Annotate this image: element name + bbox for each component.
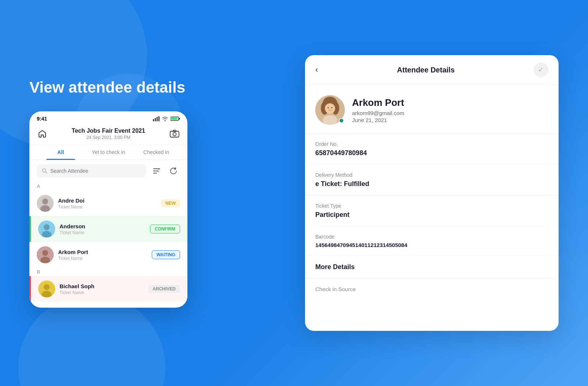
profile-date: June 21, 2021 (352, 117, 404, 123)
check-button[interactable]: ✓ (534, 62, 548, 77)
phone-header: Tech Jobs Fair Event 2021 24 Sep 2021, 3… (29, 125, 187, 145)
refresh-button[interactable] (167, 164, 180, 178)
barcode-label: Barcode (315, 234, 548, 240)
left-side: View attendee details 9:41 (29, 78, 283, 308)
svg-point-8 (173, 133, 176, 136)
svg-rect-9 (173, 130, 176, 132)
delivery-method-value: e Ticket: Fulfilled (315, 180, 548, 188)
attendee-ticket-andre: Ticket Name (58, 204, 157, 210)
svg-rect-1 (155, 118, 156, 121)
more-details-row[interactable]: More Details (305, 256, 559, 279)
svg-rect-0 (153, 119, 154, 121)
order-no-value: 65870449780984 (315, 149, 548, 157)
phone-tabs: All Yet to check in Checked in (29, 145, 187, 160)
attendee-item-arkom[interactable]: Arkom Port Ticket Name WAITING (29, 242, 187, 268)
back-button[interactable]: ‹ (315, 65, 318, 75)
ticket-type-value: Participent (315, 211, 548, 219)
section-a-label: A (29, 182, 187, 190)
phone-mockup: 9:41 (29, 111, 187, 308)
attendee-ticket-arkom: Ticket Name (58, 256, 147, 261)
sort-button[interactable]: A Z (150, 164, 163, 178)
order-no-row: Order No. 65870449780984 (305, 134, 559, 165)
avatar-bichael (38, 280, 55, 297)
attendee-name-anderson: Anderson (60, 223, 146, 229)
svg-rect-6 (179, 118, 180, 120)
attendee-info-bichael: Bichael Soph Ticket Name (60, 283, 144, 295)
svg-point-34 (328, 107, 329, 108)
avatar-andre (37, 195, 54, 212)
svg-point-24 (42, 250, 48, 256)
status-bar: 9:41 (29, 111, 187, 125)
svg-rect-2 (157, 117, 158, 121)
svg-rect-5 (171, 118, 178, 120)
attendee-item-bichael[interactable]: Bichael Soph Ticket Name ARCHIVED (29, 276, 187, 302)
attendee-ticket-anderson: Ticket Name (60, 230, 146, 235)
attendee-profile: Arkom Port arkom99@gmail.com June 21, 20… (305, 85, 559, 134)
wifi-icon (162, 116, 168, 121)
profile-email: arkom99@gmail.com (352, 110, 404, 116)
detail-header: ‹ Attendee Details ✓ (305, 55, 559, 85)
detail-panel: ‹ Attendee Details ✓ (305, 55, 559, 331)
svg-point-33 (325, 103, 335, 114)
search-input[interactable] (50, 168, 141, 174)
search-row: A Z (29, 160, 187, 182)
ticket-type-row: Ticket Type Participent (305, 196, 559, 226)
badge-waiting-arkom: WAITING (152, 250, 180, 259)
tab-checked-in[interactable]: Checked in (132, 145, 180, 160)
check-in-source-row: Check in Source (305, 279, 559, 300)
svg-point-21 (44, 224, 50, 230)
event-date: 24 Sep 2021, 3:00 PM (72, 135, 145, 140)
order-no-label: Order No. (315, 141, 548, 147)
right-side: ‹ Attendee Details ✓ (305, 55, 559, 331)
attendee-item-andre[interactable]: Andre Doi Ticket Name NEW (29, 190, 187, 216)
avatar-anderson (38, 221, 55, 237)
tab-yet-to-check-in[interactable]: Yet to check in (85, 145, 132, 160)
attendee-info-arkom: Arkom Port Ticket Name (58, 249, 147, 261)
signal-icon (153, 116, 159, 121)
badge-confirm-anderson: CONFIRM (150, 225, 180, 233)
attendee-info-anderson: Anderson Ticket Name (60, 223, 146, 235)
event-header-center: Tech Jobs Fair Event 2021 24 Sep 2021, 3… (72, 128, 145, 140)
tab-all[interactable]: All (37, 145, 85, 160)
delivery-method-label: Delivery Method (315, 172, 548, 178)
svg-line-11 (46, 172, 47, 173)
camera-icon[interactable] (169, 128, 180, 139)
svg-rect-3 (158, 116, 159, 121)
detail-panel-title: Attendee Details (397, 66, 455, 74)
attendee-info-andre: Andre Doi Ticket Name (58, 197, 157, 210)
attendee-item-anderson[interactable]: Anderson Ticket Name CONFIRM (29, 216, 187, 242)
section-b-label: B (29, 268, 187, 276)
svg-point-27 (44, 284, 50, 290)
home-icon[interactable] (37, 128, 48, 139)
status-time: 9:41 (37, 116, 47, 122)
svg-text:Z: Z (158, 171, 159, 173)
badge-archived-bichael: ARCHIVED (148, 285, 180, 293)
ticket-type-label: Ticket Type (315, 203, 548, 209)
main-content: View attendee details 9:41 (0, 0, 588, 386)
profile-avatar-wrap (315, 95, 345, 125)
delivery-method-row: Delivery Method e Ticket: Fulfilled (305, 165, 559, 196)
attendee-ticket-bichael: Ticket Name (60, 290, 144, 295)
battery-icon (171, 116, 180, 121)
svg-point-18 (42, 199, 48, 204)
attendee-name-andre: Andre Doi (58, 197, 157, 204)
barcode-value: 145649847094514011212314505084 (315, 242, 548, 248)
svg-point-35 (331, 107, 333, 108)
event-name: Tech Jobs Fair Event 2021 (72, 128, 145, 134)
attendee-name-bichael: Bichael Soph (60, 283, 144, 289)
check-in-source-label: Check in Source (315, 286, 356, 292)
profile-info: Arkom Port arkom99@gmail.com June 21, 20… (352, 97, 404, 123)
profile-name: Arkom Port (352, 97, 404, 108)
attendee-name-arkom: Arkom Port (58, 249, 147, 255)
hero-title: View attendee details (29, 78, 283, 97)
search-box (37, 164, 146, 178)
search-icon (42, 168, 47, 174)
svg-rect-7 (170, 131, 179, 137)
avatar-arkom-list (37, 246, 54, 263)
status-icons (153, 116, 180, 121)
online-status-dot (339, 118, 344, 123)
badge-new-andre: NEW (161, 199, 180, 207)
more-details-label: More Details (315, 263, 355, 271)
barcode-row: Barcode 145649847094514011212314505084 (305, 226, 559, 256)
